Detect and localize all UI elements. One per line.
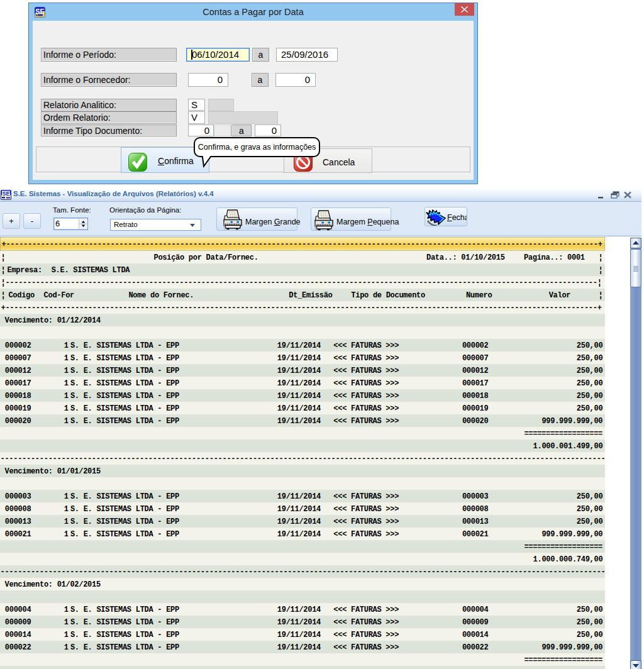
svg-text:SE: SE	[35, 8, 45, 15]
svg-text:SE: SE	[2, 191, 9, 197]
